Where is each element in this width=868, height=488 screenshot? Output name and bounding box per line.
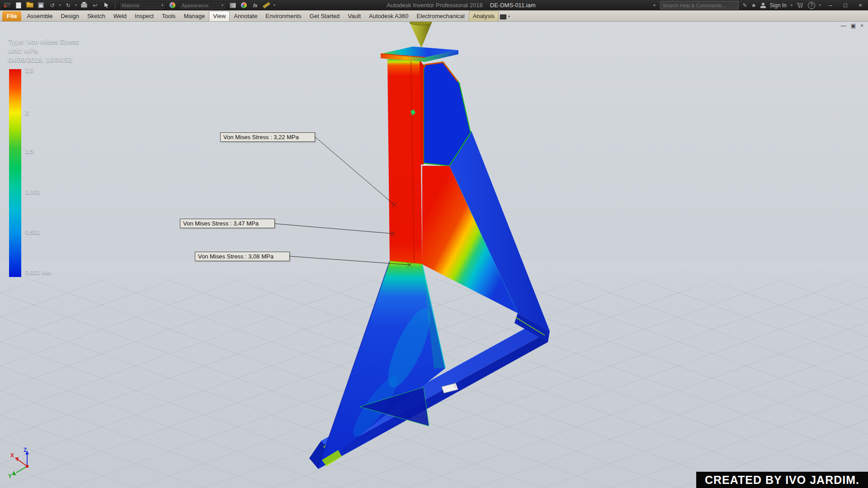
legend-tick: 0,501 [25,229,40,235]
ribbon-tab-analysis[interactable]: Analysis [469,11,499,21]
minimize-button[interactable]: – [825,2,836,9]
ribbon-tab-file[interactable]: File [2,11,21,21]
measure-button[interactable] [262,1,271,9]
ribbon-tab-assemble[interactable]: Assemble [23,11,57,21]
ribbon-panel-button[interactable] [499,12,507,21]
document-window-controls: — ▣ × [841,23,863,28]
ribbon-tab-sketch[interactable]: Sketch [83,11,109,21]
ribbon-tab-inspect[interactable]: Inspect [131,11,158,21]
ribbon-tab-manage[interactable]: Manage [179,11,209,21]
appearance-dropdown[interactable]: Appearance ▾ [179,1,226,9]
legend-tick: 1,001 [25,188,40,195]
triad-x-label: X [10,452,14,459]
ribbon-tab-environments[interactable]: Environments [261,11,305,21]
print-icon [81,3,87,8]
new-file-icon [16,2,21,9]
help-button[interactable]: ? [808,2,815,9]
stress-probe-callout-3[interactable]: Von Mises Stress : 3,08 MPa [195,252,290,261]
ribbon-tab-tools[interactable]: Tools [158,11,179,21]
material-dropdown-value: Material [122,3,139,8]
new-file-button[interactable] [14,1,23,9]
ribbon-tab-design[interactable]: Design [57,11,83,21]
ribbon-tab-annotate[interactable]: Annotate [230,11,261,21]
adjust-button[interactable] [228,1,237,9]
doc-minimize-button[interactable]: — [841,23,846,28]
close-button[interactable]: × [855,2,866,9]
ribbon-tab-get-started[interactable]: Get Started [306,11,344,21]
ribbon-tab-weld[interactable]: Weld [109,11,131,21]
chevron-down-icon: ▾ [161,4,163,7]
legend-type-line: Type: Von Mises Stress [8,37,79,46]
undo-button[interactable]: ↺ [48,1,57,9]
redo-button[interactable]: ↻ [64,1,72,9]
toolbar-options-caret[interactable]: ▾ [274,4,275,7]
doc-close-button[interactable]: × [860,23,863,28]
return-button[interactable]: ↩ [91,1,99,9]
pencil-icon[interactable]: ✎ [743,3,747,8]
open-file-button[interactable] [25,1,34,9]
help-caret-icon[interactable]: ▾ [819,4,821,7]
collapse-search-icon[interactable]: ◄ [652,4,656,7]
stress-color-scale [9,69,21,277]
appearance-dropdown-value: Appearance [182,3,208,8]
inventor-logo-icon [3,2,11,9]
material-sphere-button[interactable] [168,1,177,9]
legend-tick: 2,5 [25,67,33,74]
panel-icon [500,14,506,19]
cursor-icon [104,3,108,8]
leader-line-2 [275,224,393,234]
save-icon [38,2,44,8]
search-box [660,1,739,9]
leader-line-1 [315,137,394,205]
force-arrow-cone[interactable] [410,23,432,48]
3d-viewport[interactable]: Z X Y — ▣ × Type: Von Mises Stress Unit:… [0,22,868,488]
appearance-sphere-button[interactable] [240,1,248,9]
app-title: Autodesk Inventor Professional 2018 [387,2,482,9]
user-icon[interactable] [760,3,766,8]
legend-tick: 2 [25,109,28,116]
select-tool-button[interactable] [102,1,111,9]
legend-header: Type: Von Mises Stress Unit: MPa 04/09/2… [8,37,79,64]
ribbon-tab-autodesk-a360[interactable]: Autodesk A360 [365,11,412,21]
ribbon-tab-view[interactable]: View [209,11,230,21]
toolbar-separator [115,2,115,9]
cart-icon[interactable] [797,2,804,8]
legend-tick: 0,001 Min [25,269,51,276]
document-title: DE-DMS-011.iam [490,2,536,9]
force-arrow-cone-top [410,22,432,25]
ribbon-tab-vault[interactable]: Vault [344,11,365,21]
ruler-icon [263,2,271,9]
quick-access-toolbar: ↺ ▾ ↻ ▾ ↩ Material ▾ Appearance ▾ fx ▾ [0,0,275,10]
material-dropdown[interactable]: Material ▾ [119,1,165,9]
model-canvas: Z X Y [0,22,868,488]
app-logo-button[interactable] [3,1,11,9]
triad-z-label: Z [24,447,27,453]
ribbon-tab-bar: File Assemble Design Sketch Weld Inspect… [0,10,868,22]
legend-unit-line: Unit: MPa [8,46,79,55]
print-button[interactable] [80,1,88,9]
parameters-button[interactable]: fx [251,1,259,9]
save-button[interactable] [37,1,45,9]
chevron-down-icon: ▾ [222,4,223,7]
favorites-star-icon[interactable]: ★ [751,3,756,8]
search-input[interactable] [660,3,738,8]
inventor-window: ↺ ▾ ↻ ▾ ↩ Material ▾ Appearance ▾ fx ▾ [0,0,868,488]
legend-timestamp: 04/09/2019, 16:56:52 [8,55,79,64]
watermark: CREATED BY IVO JARDIM. [696,472,868,488]
legend-tick: 1,5 [25,148,33,155]
redo-caret-icon[interactable]: ▾ [75,4,77,7]
sign-in-button[interactable]: Sign In [770,2,787,9]
doc-restore-button[interactable]: ▣ [851,23,856,28]
maximize-button[interactable]: □ [840,2,851,9]
color-sphere-icon [170,2,175,8]
triad-y-label: Y [8,473,12,479]
sign-in-caret-icon[interactable]: ▾ [791,4,793,7]
ribbon-tab-electromechanical[interactable]: Electromechanical [412,11,468,21]
undo-caret-icon[interactable]: ▾ [59,4,61,7]
titlebar: ↺ ▾ ↻ ▾ ↩ Material ▾ Appearance ▾ fx ▾ [0,0,868,10]
ribbon-collapse-caret[interactable]: ▾ [508,15,510,19]
adjust-icon [230,3,236,8]
open-folder-icon [26,3,33,8]
stress-probe-callout-1[interactable]: Von Mises Stress : 3,22 MPa [220,132,315,142]
stress-probe-callout-2[interactable]: Von Mises Stress : 3,47 MPa [180,219,275,228]
